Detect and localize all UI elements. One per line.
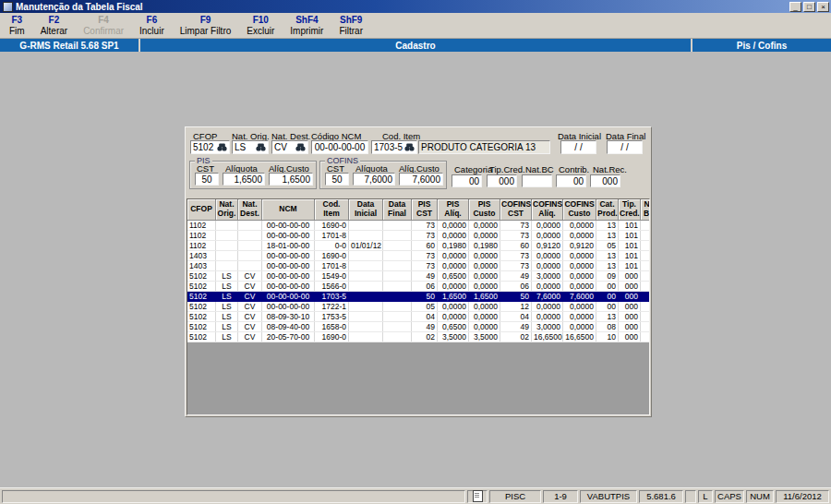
toolbar-button-incluir[interactable]: F6 Incluir: [139, 15, 164, 36]
grid-cell: 0,0000: [469, 251, 500, 261]
grid-cell: 60: [500, 241, 532, 251]
grid-column-header[interactable]: Nat. Orig.: [216, 199, 238, 221]
categoria-field[interactable]: 00: [452, 174, 482, 187]
binoculars-icon[interactable]: [404, 143, 415, 151]
cofins-aliquota-field[interactable]: 7,6000: [353, 173, 395, 186]
grid-column-header[interactable]: PIS Custo: [469, 199, 500, 221]
table-row[interactable]: 5102LSCV08-09-30-101753-5040,00000,00000…: [187, 312, 650, 322]
table-row[interactable]: 140300-00-00-001701-8730,00000,0000730,0…: [187, 261, 650, 271]
grid-column-header[interactable]: PIS Alíq.: [438, 199, 469, 221]
binoculars-icon[interactable]: [217, 143, 227, 151]
toolbar-button-excluir[interactable]: F10 Excluir: [247, 15, 274, 36]
minimize-icon[interactable]: _: [789, 2, 801, 12]
grid-column-header[interactable]: Cod. Item: [315, 199, 349, 221]
grid-cell: [349, 332, 383, 342]
grid-cell: [349, 302, 383, 312]
grid-cell: [216, 251, 238, 261]
nat-rec-field[interactable]: 000: [590, 174, 620, 187]
cofins-aliq-custo-value: 7,6000: [412, 174, 440, 185]
binoculars-icon[interactable]: [256, 143, 266, 151]
grid-column-header[interactable]: PIS CST: [412, 199, 438, 221]
table-row[interactable]: 110200-00-00-001701-8730,00000,0000730,0…: [187, 231, 650, 241]
grid-cell: 1566-0: [315, 282, 349, 292]
toolbar-button-alterar[interactable]: F2 Alterar: [41, 15, 67, 36]
data-inicial-field[interactable]: / /: [560, 140, 596, 154]
cod-item-field[interactable]: 1703-5: [371, 140, 417, 154]
fiscal-table-grid[interactable]: CFOPNat. Orig.Nat. Dest.NCMCod. ItemData…: [187, 198, 650, 415]
table-row[interactable]: 110218-01-00-000-001/01/12600,19800,1980…: [187, 241, 650, 251]
grid-cell: [238, 241, 262, 251]
grid-cell: [349, 221, 383, 231]
grid-cell: 0,0000: [438, 312, 469, 322]
binoculars-icon[interactable]: [295, 143, 306, 151]
grid-column-header[interactable]: Tip. Cred.: [619, 199, 641, 221]
grid-cell: 49: [412, 271, 438, 282]
pis-aliquota-field[interactable]: 1,6500: [223, 173, 265, 186]
grid-cell: 12: [500, 302, 532, 312]
table-row[interactable]: 140300-00-00-001690-0730,00000,0000730,0…: [187, 251, 650, 261]
title-bar[interactable]: Manutenção da Tabela Fiscal _ □ ×: [0, 0, 831, 13]
fkey-label: F10: [253, 15, 269, 26]
grid-column-header[interactable]: NCM: [262, 199, 315, 221]
toolbar-button-limpar-filtro[interactable]: F9 Limpar Filtro: [180, 15, 232, 36]
grid-column-header[interactable]: Nat. Dest.: [238, 199, 262, 221]
grid-cell: [349, 261, 383, 271]
grid-cell: 101: [619, 261, 641, 271]
grid-column-header[interactable]: COFINS CST: [500, 199, 532, 221]
cfop-field[interactable]: 5102: [190, 140, 230, 154]
grid-column-header[interactable]: COFINS Custo: [563, 199, 596, 221]
contrib-field[interactable]: 00: [556, 174, 586, 187]
grid-cell: 1102: [187, 221, 216, 231]
maximize-icon[interactable]: □: [803, 2, 815, 12]
table-row[interactable]: 5102LSCV20-05-70-001690-0023,50003,50000…: [187, 332, 650, 342]
grid-column-header[interactable]: CFOP: [187, 199, 216, 221]
grid-column-header[interactable]: Cat. Prod.: [596, 199, 619, 221]
grid-cell: 0,0000: [532, 221, 563, 231]
table-row[interactable]: 5102LSCV00-00-00-001703-5501,65001,65005…: [187, 292, 650, 302]
nat-orig-field[interactable]: LS: [232, 140, 269, 154]
table-row[interactable]: 5102LSCV08-09-40-001658-0490,65000,00004…: [187, 322, 650, 332]
table-row[interactable]: 5102LSCV00-00-00-001566-0060,00000,00000…: [187, 282, 650, 292]
pis-cst-field[interactable]: 50: [195, 173, 219, 186]
grid-cell: 1,6500: [438, 292, 469, 302]
data-final-value: / /: [620, 142, 628, 152]
close-icon[interactable]: ×: [817, 2, 829, 12]
table-row[interactable]: 5102LSCV00-00-00-001722-1050,00000,00001…: [187, 302, 650, 312]
grid-column-header[interactable]: Nat. B.C.: [641, 199, 651, 221]
grid-column-header[interactable]: Data Inicial: [349, 199, 383, 221]
ncm-field[interactable]: 00-00-00-00: [311, 140, 368, 154]
grid-cell: 00-00-00-00: [262, 261, 315, 271]
nat-bc-field[interactable]: [522, 174, 552, 187]
grid-cell: [383, 241, 412, 251]
tip-cred-field[interactable]: 000: [487, 174, 517, 187]
pis-aliq-custo-field[interactable]: 1,6500: [269, 173, 313, 186]
grid-cell: 000: [619, 302, 641, 312]
cofins-aliq-custo-field[interactable]: 7,6000: [399, 173, 443, 186]
grid-cell: 7,6000: [563, 292, 596, 302]
table-row[interactable]: 110200-00-00-001690-0730,00000,0000730,0…: [187, 221, 650, 231]
grid-cell: 1102: [187, 241, 216, 251]
grid-cell: [216, 241, 238, 251]
table-row[interactable]: 5102LSCV00-00-00-001549-0490,65000,00004…: [187, 271, 650, 282]
grid-column-header[interactable]: Data Final: [383, 199, 412, 221]
toolbar-button-filtrar[interactable]: ShF9 Filtrar: [339, 15, 363, 36]
grid-cell: 0,0000: [438, 261, 469, 271]
ncm-value: 00-00-00-00: [315, 142, 365, 152]
nat-rec-value: 000: [602, 176, 618, 186]
toolbar-button-imprimir[interactable]: ShF4 Imprimir: [290, 15, 323, 36]
grid-cell: 0,0000: [469, 302, 500, 312]
grid-cell: 73: [500, 231, 532, 241]
toolbar-button-fim[interactable]: F3 Fim: [9, 15, 25, 36]
grid-cell: 1403: [187, 261, 216, 271]
grid-cell: 04: [500, 312, 532, 322]
grid-column-header[interactable]: COFINS Alíq.: [532, 199, 563, 221]
grid-cell: 0,0000: [563, 302, 596, 312]
grid-cell: 01: [641, 241, 651, 251]
grid-cell: 00-00-00-00: [262, 302, 315, 312]
data-final-field[interactable]: / /: [607, 140, 643, 154]
nat-dest-field[interactable]: CV: [271, 140, 308, 154]
grid-cell: 0,0000: [438, 282, 469, 292]
cofins-aliquota-value: 7,6000: [364, 174, 392, 185]
cofins-cst-field[interactable]: 50: [325, 173, 349, 186]
status-date: 11/6/2012: [776, 490, 829, 503]
